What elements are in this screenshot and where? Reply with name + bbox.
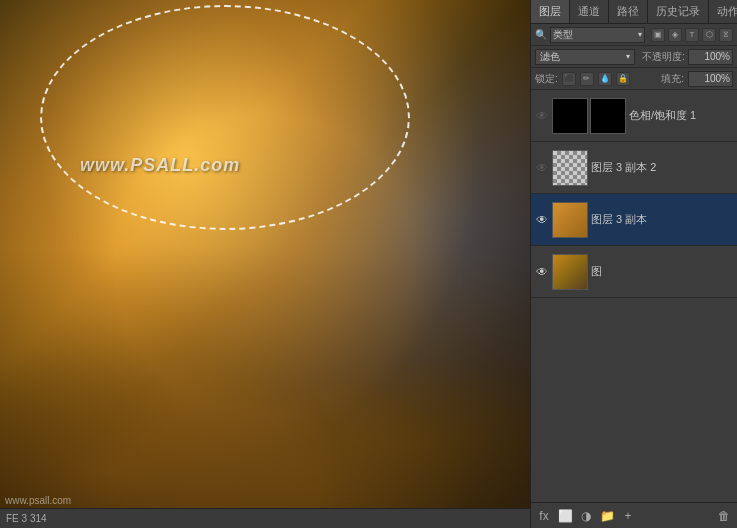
layer-visibility-toggle[interactable]: 👁 [535, 161, 549, 175]
layer-visibility-toggle[interactable]: 👁 [535, 109, 549, 123]
opacity-label: 不透明度: [642, 50, 685, 64]
tab-actions[interactable]: 动作 [709, 0, 737, 23]
lock-move-icon[interactable]: ⬛ [562, 72, 576, 86]
layer-row[interactable]: 👁 图层 3 副本 [531, 194, 737, 246]
blend-mode-dropdown[interactable]: 滤色 ▾ [535, 49, 635, 65]
layer-thumb [552, 254, 588, 290]
add-style-button[interactable]: fx [535, 507, 553, 525]
filter-pixel-icon[interactable]: ▣ [651, 28, 665, 42]
layer-row[interactable]: 👁 图 [531, 246, 737, 298]
add-adjustment-button[interactable]: ◑ [577, 507, 595, 525]
foliage-overlay [0, 248, 530, 528]
layer-name: 图层 3 副本 [591, 212, 733, 227]
layer-toolbar: fx ⬜ ◑ 📁 + 🗑 [531, 502, 737, 528]
filter-icons: ▣ ◈ T ⬡ ⧖ [651, 28, 733, 42]
delete-layer-button[interactable]: 🗑 [715, 507, 733, 525]
search-icon: 🔍 [535, 29, 547, 40]
filter-adjust-icon[interactable]: ◈ [668, 28, 682, 42]
layer-thumb [552, 98, 588, 134]
new-layer-button[interactable]: + [619, 507, 637, 525]
create-group-button[interactable]: 📁 [598, 507, 616, 525]
layer-row[interactable]: 👁 色相/饱和度 1 [531, 90, 737, 142]
add-mask-button[interactable]: ⬜ [556, 507, 574, 525]
opacity-input[interactable]: 100% [688, 49, 733, 65]
panel-tabs: 图层 通道 路径 历史记录 动作 [531, 0, 737, 24]
lock-row: 锁定: ⬛ ✏ 💧 🔒 填充: 100% [531, 68, 737, 90]
filter-smart-icon[interactable]: ⧖ [719, 28, 733, 42]
fill-label: 填充: [661, 72, 684, 86]
tab-paths[interactable]: 路径 [609, 0, 648, 23]
blend-mode-chevron: ▾ [626, 52, 630, 61]
filter-type-chevron: ▾ [638, 30, 642, 39]
lock-label: 锁定: [535, 72, 558, 86]
layer-name: 图 [591, 264, 733, 279]
watermark: www.PSALL.com [80, 155, 240, 176]
brand-watermark-bottom: www.psall.com [5, 495, 71, 506]
lock-draw-icon[interactable]: ✏ [580, 72, 594, 86]
lock-all-icon[interactable]: 🔒 [616, 72, 630, 86]
layer-thumb [552, 150, 588, 186]
filter-text-icon[interactable]: T [685, 28, 699, 42]
layer-visibility-toggle[interactable]: 👁 [535, 265, 549, 279]
tab-history[interactable]: 历史记录 [648, 0, 709, 23]
filter-shape-icon[interactable]: ⬡ [702, 28, 716, 42]
filter-row: 🔍 类型 ▾ ▣ ◈ T ⬡ ⧖ [531, 24, 737, 46]
filter-type-label: 类型 [553, 28, 573, 42]
layer-name: 色相/饱和度 1 [629, 108, 733, 123]
layers-panel: 图层 通道 路径 历史记录 动作 🔍 类型 ▾ ▣ ◈ T ⬡ ⧖ 滤色 ▾ 不… [530, 0, 737, 528]
layer-visibility-toggle[interactable]: 👁 [535, 213, 549, 227]
blend-mode-label: 滤色 [540, 50, 560, 64]
tab-layers[interactable]: 图层 [531, 0, 570, 23]
status-bar: FE 3 314 [0, 508, 530, 528]
layer-thumbnails [552, 98, 626, 134]
tab-channels[interactable]: 通道 [570, 0, 609, 23]
layer-thumb [552, 202, 588, 238]
layer-row[interactable]: 👁 图层 3 副本 2 [531, 142, 737, 194]
layer-name: 图层 3 副本 2 [591, 160, 733, 175]
status-text: FE 3 314 [6, 513, 47, 524]
canvas-area: www.PSALL.com FE 3 314 www.psall.com [0, 0, 530, 528]
filter-type-dropdown[interactable]: 类型 ▾ [550, 27, 645, 43]
layer-mask-thumb [590, 98, 626, 134]
layer-list: 👁 色相/饱和度 1 👁 图层 3 副本 2 👁 图层 3 副本 👁 图 [531, 90, 737, 298]
lock-sample-icon[interactable]: 💧 [598, 72, 612, 86]
fill-input[interactable]: 100% [688, 71, 733, 87]
blend-row: 滤色 ▾ 不透明度: 100% [531, 46, 737, 68]
